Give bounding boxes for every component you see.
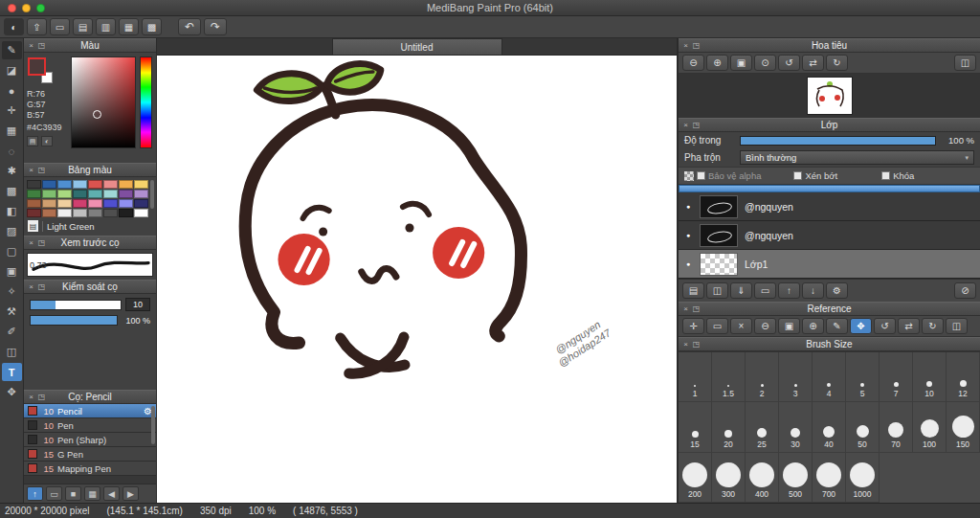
move-layer-down-button[interactable]: ↓	[802, 282, 824, 299]
panel-popout-icon[interactable]: ◳	[37, 164, 46, 176]
ref-flip-button[interactable]: ⇄	[898, 318, 920, 334]
palette-swatch[interactable]	[73, 190, 87, 198]
palette-swatch[interactable]	[27, 190, 41, 198]
new-canvas-button[interactable]: ▤	[73, 18, 93, 35]
palette-swatch[interactable]	[42, 190, 56, 198]
panel-close-icon[interactable]: ×	[681, 303, 690, 315]
brush-folder-button[interactable]: ▭	[46, 486, 62, 501]
color-bar-mode-icon[interactable]: ▤	[27, 136, 38, 146]
layer-settings-button[interactable]: ⚙	[826, 282, 848, 299]
save-button[interactable]: ▥	[96, 18, 116, 35]
text-tool[interactable]: T	[2, 363, 22, 381]
palette-swatch[interactable]	[119, 180, 133, 189]
panel-popout-icon[interactable]: ◳	[37, 281, 46, 293]
palette-swatch[interactable]	[73, 209, 87, 217]
brush-size-cell[interactable]: 50	[846, 402, 880, 452]
palette-swatch[interactable]	[57, 190, 72, 198]
brush-size-cell[interactable]: 1000	[846, 453, 880, 503]
panel-popout-icon[interactable]: ◳	[37, 236, 46, 249]
layer-visibility-toggle[interactable]: ●	[683, 203, 693, 210]
move-tool[interactable]: ✛	[2, 101, 22, 120]
zoom-window-button[interactable]	[36, 4, 45, 12]
panel-close-icon[interactable]: ×	[27, 281, 35, 293]
lock-option[interactable]: Khóa	[881, 170, 914, 181]
panel-popout-icon[interactable]: ◳	[692, 338, 701, 350]
palette-swatch[interactable]	[88, 180, 102, 189]
layer-row[interactable]: ● Lớp1	[679, 250, 980, 279]
brush-size-cell[interactable]: 5	[846, 352, 880, 402]
layer-opacity-slider[interactable]	[740, 136, 936, 146]
nav-fit-button[interactable]: ▣	[730, 55, 752, 71]
drawing-canvas[interactable]: @ngquyen @hoidap247	[157, 56, 677, 503]
layer-folder-button[interactable]: ▭	[754, 282, 776, 299]
nav-rotate-left-button[interactable]: ↺	[778, 55, 800, 71]
palette-swatch[interactable]	[119, 209, 133, 217]
merge-down-button[interactable]: ⇓	[730, 282, 752, 299]
smudge-tool[interactable]: ●	[2, 81, 22, 100]
brush-list-item[interactable]: 15 Mapping Pen	[24, 462, 156, 476]
ref-hand-button[interactable]: ✥	[850, 318, 872, 334]
brush-list-item[interactable]: 15 G Pen	[24, 447, 156, 462]
palette-swatch[interactable]	[73, 180, 87, 189]
palette-swatch[interactable]	[103, 199, 118, 208]
ref-close-button[interactable]: ×	[730, 318, 752, 334]
palette-swatch[interactable]	[57, 180, 72, 189]
prev-brush-button[interactable]: ◀	[103, 486, 120, 501]
panel-popout-icon[interactable]: ◳	[692, 303, 701, 315]
foreground-color-swatch[interactable]	[28, 57, 46, 76]
lasso-tool[interactable]: ◌	[2, 142, 22, 160]
panel-popout-icon[interactable]: ◳	[37, 39, 46, 52]
brush-size-cell[interactable]: 400	[746, 453, 779, 503]
palette-swatch[interactable]	[103, 209, 118, 217]
palette-swatch[interactable]	[119, 190, 133, 198]
lock-checkbox[interactable]	[881, 171, 890, 180]
control-point-tool[interactable]: ✐	[2, 323, 22, 341]
canvas-tab-untitled[interactable]: Untitled	[332, 38, 502, 55]
panel-close-icon[interactable]: ×	[27, 236, 35, 249]
material-button[interactable]: ▩	[142, 18, 162, 35]
palette-page-icon[interactable]: ▤	[28, 220, 38, 232]
layer-row[interactable]: ● @ngquyen	[679, 221, 980, 250]
saturation-value-picker[interactable]	[71, 56, 136, 148]
panel-close-icon[interactable]: ×	[681, 119, 690, 131]
divide-tool[interactable]: ◫	[2, 343, 22, 361]
palette-swatch[interactable]	[134, 180, 148, 189]
palette-swatch[interactable]	[57, 199, 72, 208]
move-layer-up-button[interactable]: ↑	[778, 282, 800, 299]
brush-size-cell[interactable]: 30	[779, 402, 813, 452]
palette-swatch[interactable]	[73, 199, 87, 208]
brush-opacity-slider[interactable]	[30, 315, 118, 326]
ref-copy-button[interactable]: ◫	[946, 318, 968, 334]
brush-size-cell[interactable]: 200	[679, 453, 712, 503]
brush-size-cell[interactable]: 150	[947, 402, 980, 452]
close-window-button[interactable]	[8, 4, 16, 12]
brush-list-scrollbar[interactable]	[151, 406, 155, 444]
eraser-tool[interactable]: ◪	[2, 61, 22, 79]
brush-size-cell[interactable]: 20	[712, 402, 746, 452]
nav-actual-size-button[interactable]: ⊙	[754, 55, 776, 71]
panel-popout-icon[interactable]: ◳	[37, 391, 46, 403]
operation-tool[interactable]: ⚒	[2, 303, 22, 321]
brush-list-item[interactable]: 10 Pen (Sharp)	[24, 433, 156, 447]
nav-reset-button[interactable]: ◫	[954, 55, 976, 71]
bucket-tool[interactable]: ◧	[2, 202, 22, 220]
magic-wand-tool[interactable]: ✱	[2, 162, 22, 180]
hue-slider[interactable]	[140, 56, 152, 148]
palette-swatch[interactable]	[119, 199, 133, 208]
palette-swatch[interactable]	[103, 190, 118, 198]
brush-size-cell[interactable]: 12	[947, 352, 980, 402]
brush-size-cell[interactable]: 70	[880, 402, 913, 452]
ref-rotate-right-button[interactable]: ↻	[922, 318, 944, 334]
layer-visibility-toggle[interactable]: ●	[683, 260, 693, 267]
alpha-lock-checkbox[interactable]	[697, 171, 705, 180]
palette-swatch[interactable]	[88, 190, 102, 198]
panel-popout-icon[interactable]: ◳	[692, 39, 701, 52]
brush-size-cell[interactable]: 25	[746, 402, 779, 452]
select-pen-tool[interactable]: ▢	[2, 242, 22, 260]
palette-swatch[interactable]	[27, 209, 41, 217]
palette-swatch[interactable]	[88, 209, 102, 217]
brush-size-cell[interactable]: 40	[813, 402, 846, 452]
marquee-select-tool[interactable]: ▦	[2, 122, 22, 140]
delete-layer-button[interactable]: ⊘	[954, 282, 976, 299]
palette-swatch[interactable]	[88, 199, 102, 208]
